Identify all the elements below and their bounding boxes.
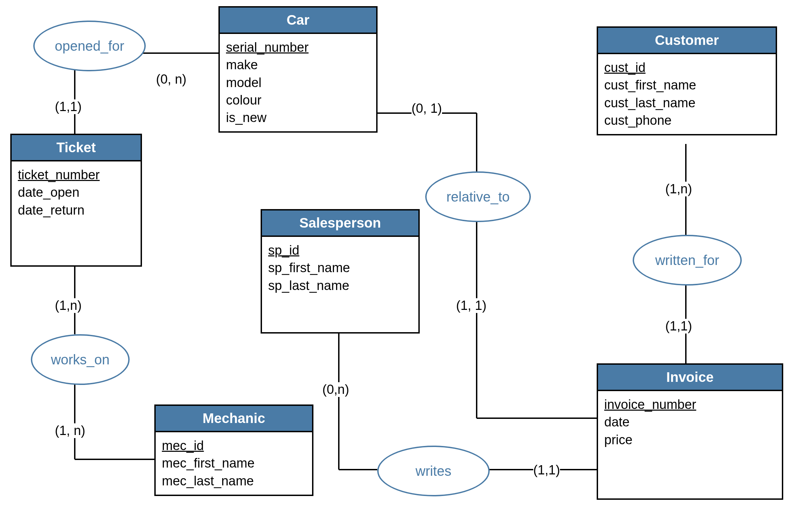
entity-title: Car [220,8,376,34]
rel-works-on: works_on [31,334,130,385]
entity-body: mec_id mec_first_name mec_last_name [156,432,312,495]
entity-mechanic: Mechanic mec_id mec_first_name mec_last_… [154,404,313,496]
entity-body: cust_id cust_first_name cust_last_name c… [598,54,776,134]
rel-opened-for: opened_for [33,21,146,71]
card-writes-salesperson: (0,n) [322,382,349,397]
entity-title: Customer [598,28,776,54]
entity-body: sp_id sp_first_name sp_last_name [262,237,418,299]
card-works-on-mechanic: (1, n) [55,423,85,438]
entity-title: Mechanic [156,406,312,432]
entity-ticket: Ticket ticket_number date_open date_retu… [10,134,142,267]
entity-car: Car serial_number make model colour is_n… [218,6,378,133]
rel-writes: writes [377,446,490,496]
entity-body: ticket_number date_open date_return [12,161,141,224]
entity-invoice: Invoice invoice_number date price [597,363,783,500]
er-diagram: Car serial_number make model colour is_n… [0,0,799,532]
entity-body: serial_number make model colour is_new [220,34,376,131]
entity-customer: Customer cust_id cust_first_name cust_la… [597,26,777,135]
card-written-for-inv: (1,1) [665,319,692,334]
entity-body: invoice_number date price [598,391,782,454]
card-writes-invoice: (1,1) [533,463,560,477]
entity-salesperson: Salesperson sp_id sp_first_name sp_last_… [261,209,420,334]
rel-written-for: written_for [633,235,742,286]
rel-relative-to: relative_to [425,171,531,222]
card-written-for-cust: (1,n) [665,182,692,196]
entity-title: Salesperson [262,210,418,237]
card-opened-for-car: (0, n) [156,72,187,87]
card-opened-for-ticket: (1,1) [55,99,82,114]
card-relative-to-invoice: (1, 1) [456,298,487,313]
entity-title: Ticket [12,135,141,161]
card-relative-to-car: (0, 1) [412,101,442,116]
entity-title: Invoice [598,365,782,391]
card-works-on-ticket: (1,n) [55,298,82,313]
